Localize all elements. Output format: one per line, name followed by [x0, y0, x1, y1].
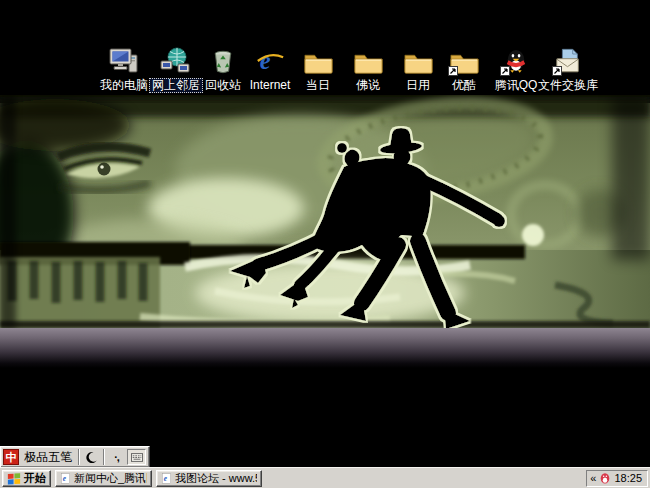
- tray-clock[interactable]: 18:25: [614, 472, 642, 484]
- system-tray: « 18:25: [586, 470, 648, 487]
- icon-label: 优酷: [449, 78, 479, 93]
- ime-punctuation-toggle[interactable]: ·,: [108, 450, 125, 464]
- desktop-icon-my-computer[interactable]: 我的电脑: [96, 45, 152, 93]
- shortcut-arrow-icon: [552, 66, 562, 76]
- ime-soft-keyboard-icon[interactable]: [127, 449, 146, 465]
- icon-label: 回收站: [202, 78, 244, 93]
- desktop-icon-file-exchange[interactable]: 文件交换库: [540, 45, 596, 93]
- desktop-icon-folder-youku[interactable]: 优酷: [436, 45, 492, 93]
- shortcut-arrow-icon: [500, 66, 510, 76]
- internet-explorer-icon: e: [253, 45, 287, 76]
- start-label: 开始: [24, 471, 46, 486]
- shortcut-arrow-icon: [448, 66, 458, 76]
- ime-language-indicator-icon[interactable]: 中: [3, 449, 19, 465]
- icon-label: 日用: [403, 78, 433, 93]
- my-computer-icon: [107, 45, 141, 76]
- wallpaper-fade-band: [0, 328, 650, 368]
- divider: [103, 449, 105, 465]
- icon-label: 文件交换库: [535, 78, 601, 93]
- desktop: 我的电脑 网上邻居 回收站 e: [0, 0, 650, 488]
- qq-penguin-icon: [499, 45, 533, 76]
- taskbar-task-5tu-forum[interactable]: e 我图论坛 - www.5tu...: [156, 470, 262, 487]
- desktop-icon-folder-foshuo[interactable]: 佛说: [340, 45, 396, 93]
- tray-qq-status-icon[interactable]: [599, 472, 611, 484]
- svg-text:e: e: [260, 47, 271, 74]
- divider: [78, 449, 80, 465]
- icon-label: Internet: [247, 78, 294, 93]
- desktop-icon-folder-dangri[interactable]: 当日: [290, 45, 346, 93]
- wallpaper-dancers-art: [0, 95, 650, 328]
- wallpaper: [0, 95, 650, 328]
- icon-label: 佛说: [353, 78, 383, 93]
- recycle-bin-icon: [206, 45, 240, 76]
- folder-shortcut-icon: [447, 45, 481, 76]
- windows-logo-icon: [7, 472, 21, 485]
- taskbar: 开始 e 新闻中心_腾讯网 - M... e 我图论坛 - www.5tu...…: [0, 467, 650, 488]
- start-button[interactable]: 开始: [2, 470, 51, 487]
- ime-toolbar[interactable]: 中 极品五笔 ·,: [0, 446, 150, 468]
- folder-icon: [301, 45, 335, 76]
- icon-label: 我的电脑: [97, 78, 151, 93]
- icon-label: 腾讯QQ: [492, 78, 541, 93]
- icon-label: 当日: [303, 78, 333, 93]
- task-label: 新闻中心_腾讯网 - M...: [74, 471, 147, 486]
- ime-fullwidth-toggle-moon-icon[interactable]: [83, 450, 100, 464]
- ie-page-icon: e: [161, 473, 172, 484]
- folder-icon: [401, 45, 435, 76]
- network-places-icon: [159, 45, 193, 76]
- task-label: 我图论坛 - www.5tu...: [175, 471, 257, 486]
- ime-name-label[interactable]: 极品五笔: [21, 449, 75, 466]
- folder-icon: [351, 45, 385, 76]
- file-exchange-icon: [551, 45, 585, 76]
- tray-collapse-chevron[interactable]: «: [590, 473, 596, 484]
- ie-page-icon: e: [60, 473, 71, 484]
- taskbar-task-news-center[interactable]: e 新闻中心_腾讯网 - M...: [55, 470, 152, 487]
